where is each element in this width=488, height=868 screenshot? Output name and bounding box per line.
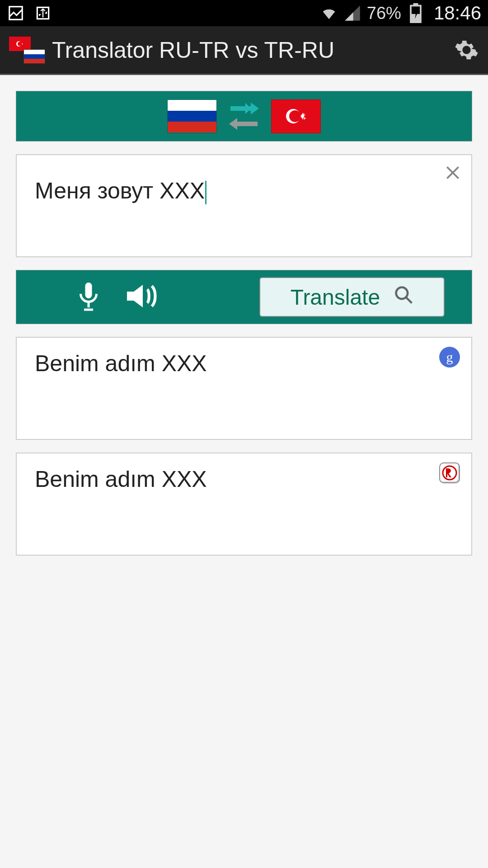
svg-marker-8 xyxy=(230,103,259,114)
svg-point-17 xyxy=(396,287,408,299)
status-bar: 76% 18:46 xyxy=(0,0,488,26)
usb-icon xyxy=(34,4,52,22)
text-cursor xyxy=(205,181,206,204)
source-text: Меня зовут XXX xyxy=(35,178,205,203)
clear-input-button[interactable] xyxy=(444,163,461,186)
result-text: Benim adım XXX xyxy=(35,351,207,376)
yandex-provider-icon xyxy=(439,462,460,483)
app-logo-flags xyxy=(9,37,45,64)
settings-button[interactable] xyxy=(454,38,479,62)
svg-rect-0 xyxy=(9,7,23,20)
app-title: Translator RU-TR vs TR-RU xyxy=(52,37,454,63)
translate-button-label: Translate xyxy=(291,285,380,310)
swap-languages-icon[interactable] xyxy=(228,102,260,131)
clock: 18:46 xyxy=(434,2,481,24)
translate-button[interactable]: Translate xyxy=(259,277,445,317)
translation-result-yandex[interactable]: Benim adım XXX xyxy=(16,453,472,556)
result-text: Benim adım XXX xyxy=(35,467,207,492)
wifi-icon xyxy=(320,4,338,22)
image-icon xyxy=(7,4,25,22)
svg-line-18 xyxy=(406,297,412,303)
speaker-button[interactable] xyxy=(125,280,161,314)
action-bar: Translate xyxy=(16,270,472,324)
signal-icon xyxy=(343,4,361,22)
svg-marker-9 xyxy=(229,118,258,130)
app-bar: Translator RU-TR vs TR-RU xyxy=(0,26,488,75)
svg-point-6 xyxy=(18,42,22,46)
svg-rect-16 xyxy=(85,283,92,298)
source-text-input[interactable]: Меня зовут XXX xyxy=(16,154,472,257)
microphone-button[interactable] xyxy=(75,280,102,314)
translation-result-google[interactable]: Benim adım XXX g xyxy=(16,337,472,440)
russian-flag-icon xyxy=(23,49,45,64)
google-provider-icon: g xyxy=(439,347,460,368)
search-icon xyxy=(394,285,413,310)
source-lang-russian-flag xyxy=(167,99,217,133)
target-lang-turkish-flag xyxy=(271,99,321,133)
battery-charging-icon xyxy=(407,4,425,22)
svg-rect-3 xyxy=(413,3,418,6)
svg-point-11 xyxy=(289,110,301,122)
language-swap-bar[interactable] xyxy=(16,91,472,142)
battery-percent: 76% xyxy=(367,4,401,23)
svg-marker-13 xyxy=(301,113,306,120)
